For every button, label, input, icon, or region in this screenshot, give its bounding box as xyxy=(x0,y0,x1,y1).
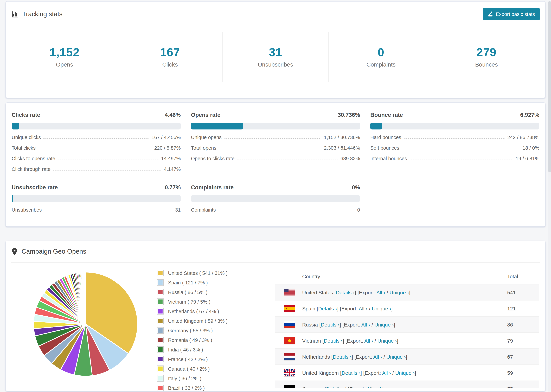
export-unique-link[interactable]: Unique › xyxy=(377,338,397,343)
export-all-link[interactable]: All › xyxy=(373,354,382,359)
legend-label: Romania ( 49 / 3% ) xyxy=(168,337,212,343)
rate-panel-head: Bounce rate6.927% xyxy=(370,112,539,118)
export-all-link[interactable]: All › xyxy=(361,322,370,327)
legend-item-netherlands: Netherlands ( 67 / 4% ) xyxy=(157,308,270,315)
export-all-link[interactable]: All › xyxy=(359,305,367,311)
details-link[interactable]: Details › xyxy=(333,354,352,359)
stat-boxes: 1,152Opens167Clicks31Unsubscribes0Compla… xyxy=(12,32,539,82)
rate-value: 0% xyxy=(352,184,360,191)
detail-label: Total opens xyxy=(191,145,216,151)
dotted-leader xyxy=(237,160,338,160)
export-all-link[interactable]: All › xyxy=(382,370,391,376)
vietnam-flag-icon xyxy=(284,337,295,344)
country-name: Netherlands [ xyxy=(302,354,333,359)
legend-swatch xyxy=(157,337,163,343)
geo-table-row-united-kingdom: United Kingdom [Details ›] [Export: All … xyxy=(275,365,539,381)
link-separator: / xyxy=(373,338,377,343)
stat-box-opens: 1,152Opens xyxy=(12,32,117,82)
details-link[interactable]: Details › xyxy=(321,322,339,327)
legend-label: Russia ( 86 / 5% ) xyxy=(168,289,208,295)
rate-title: Unsubscribe rate xyxy=(12,184,58,191)
stat-box-bounces: 279Bounces xyxy=(434,32,539,82)
rate-detail-row: Opens to clicks rate689.82% xyxy=(191,156,360,161)
legend-label: United States ( 541 / 31% ) xyxy=(168,270,228,276)
country-name: Spain [ xyxy=(302,305,318,311)
legend-label: Canada ( 40 / 2% ) xyxy=(168,366,210,371)
geo-opens-header: Campaign Geo Opens xyxy=(6,241,545,262)
geo-table-row-spain: Spain [Details ›] [Export: All › / Uniqu… xyxy=(275,301,539,317)
export-unique-link[interactable]: Unique › xyxy=(372,305,391,311)
map-pin-icon xyxy=(11,248,18,255)
detail-label: Complaints xyxy=(191,207,216,213)
detail-value: 18 / 0% xyxy=(523,145,539,151)
total-cell: 541 xyxy=(507,289,531,295)
spain-flag-icon xyxy=(284,305,295,312)
rate-title: Clicks rate xyxy=(12,112,40,118)
progress-bar xyxy=(12,123,181,129)
export-label: ] [Export: xyxy=(345,386,367,388)
legend-item-canada: Canada ( 40 / 2% ) xyxy=(157,365,270,372)
geo-table-row-russia: Russia [Details ›] [Export: All › / Uniq… xyxy=(275,317,539,333)
detail-value: 220 / 5.87% xyxy=(154,145,181,151)
rate-detail-row: Total clicks220 / 5.87% xyxy=(12,145,181,151)
details-link[interactable]: Details › xyxy=(318,305,337,311)
detail-label: Unique opens xyxy=(191,135,222,140)
detail-label: Click through rate xyxy=(12,166,50,172)
detail-label: Hard bounces xyxy=(370,135,401,140)
details-link[interactable]: Details › xyxy=(336,289,355,295)
geo-opens-card: Campaign Geo Opens United States ( 541 /… xyxy=(6,241,545,391)
export-label: ] [Export: xyxy=(360,370,382,376)
export-unique-link[interactable]: Unique › xyxy=(389,289,409,295)
rate-panel-unsubscribe-rate: Unsubscribe rate0.77%Unsubscribes31 xyxy=(12,184,181,213)
export-unique-link[interactable]: Unique › xyxy=(374,322,394,327)
total-cell: 79 xyxy=(507,338,531,343)
export-all-link[interactable]: All › xyxy=(364,338,373,343)
column-header-total: Total xyxy=(507,273,531,279)
detail-label: Soft bounces xyxy=(370,145,399,151)
stat-box-complaints: 0Complaints xyxy=(328,32,434,82)
progress-bar xyxy=(370,123,539,129)
legend-label: United Kingdom ( 59 / 3% ) xyxy=(168,318,228,324)
geo-table-row-germany: Germany [Details ›] [Export: All › / Uni… xyxy=(275,381,539,388)
rate-detail-row: Hard bounces242 / 86.738% xyxy=(370,135,539,140)
details-link[interactable]: Details › xyxy=(326,386,345,388)
country-cell: United Kingdom [Details ›] [Export: All … xyxy=(302,370,507,376)
stat-label: Clicks xyxy=(162,61,178,68)
export-unique-link[interactable]: Unique › xyxy=(386,354,406,359)
legend-item-united-states: United States ( 541 / 31% ) xyxy=(157,269,270,277)
legend-swatch xyxy=(157,328,163,333)
legend-label: Vietnam ( 79 / 5% ) xyxy=(168,299,211,304)
export-all-link[interactable]: All › xyxy=(376,289,385,295)
export-basic-stats-button[interactable]: Export basic stats xyxy=(483,8,540,20)
export-all-link[interactable]: All › xyxy=(367,386,376,388)
closing-bracket: ] xyxy=(397,338,398,343)
link-separator: / xyxy=(376,386,380,388)
dashboard-page: Tracking stats Export basic stats 1,152O… xyxy=(0,1,551,392)
export-unique-link[interactable]: Unique › xyxy=(380,386,399,388)
legend-swatch xyxy=(157,366,163,372)
legend-label: Netherlands ( 67 / 4% ) xyxy=(168,308,219,314)
stat-value: 167 xyxy=(160,45,180,59)
export-unique-link[interactable]: Unique › xyxy=(395,370,415,376)
rate-detail-row: Soft bounces18 / 0% xyxy=(370,145,539,151)
export-label: ] [Export: xyxy=(339,322,361,327)
geo-table-row-vietnam: Vietnam [Details ›] [Export: All › / Uni… xyxy=(275,333,539,349)
stat-box-clicks: 167Clicks xyxy=(117,32,223,82)
vertical-scrollbar[interactable] xyxy=(548,1,551,392)
rate-panel-complaints-rate: Complaints rate0%Complaints0 xyxy=(191,184,360,213)
detail-value: 242 / 86.738% xyxy=(507,135,539,140)
rate-title: Opens rate xyxy=(191,112,220,118)
rate-panel-bounce-rate: Bounce rate6.927%Hard bounces242 / 86.73… xyxy=(370,112,539,172)
legend-item-romania: Romania ( 49 / 3% ) xyxy=(157,336,270,343)
details-link[interactable]: Details › xyxy=(342,370,360,376)
geo-table-body: United States [Details ›] [Export: All ›… xyxy=(275,284,539,388)
rate-value: 6.927% xyxy=(520,112,539,118)
legend-swatch xyxy=(157,375,163,381)
russia-flag-icon xyxy=(284,321,295,328)
geo-content: United States ( 541 / 31% )Spain ( 121 /… xyxy=(6,263,545,391)
scrollbar-thumb[interactable] xyxy=(548,1,551,172)
dotted-leader xyxy=(410,160,513,160)
pie-svg xyxy=(31,269,140,379)
details-link[interactable]: Details › xyxy=(324,338,343,343)
legend-item-united-kingdom: United Kingdom ( 59 / 3% ) xyxy=(157,317,270,324)
